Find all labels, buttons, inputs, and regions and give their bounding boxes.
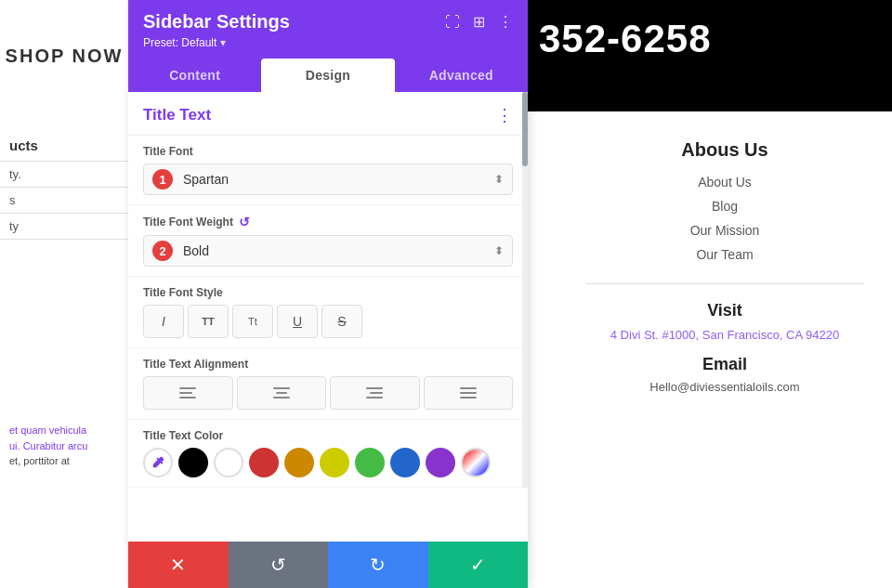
title-font-weight-select[interactable]: Thin Light Regular Bold Extra Bold [143, 235, 513, 267]
visit-title: Visit [585, 301, 864, 320]
tab-design[interactable]: Design [261, 59, 394, 92]
red-swatch[interactable] [249, 448, 279, 477]
title-font-select-wrapper: 1 Spartan Arial Georgia Helvetica Open S… [143, 163, 513, 195]
strikethrough-button[interactable]: S [321, 305, 362, 338]
panel-header-icons: ⛶ ⊞ ⋮ [445, 13, 513, 31]
capitalize-button[interactable]: Tt [232, 305, 273, 338]
left-nav-item: ty. [0, 162, 128, 188]
tab-advanced[interactable]: Advanced [395, 59, 528, 92]
align-buttons [143, 376, 513, 410]
title-text-color-field: Title Text Color [128, 420, 528, 488]
section-heading: Title Text ⋮ [128, 92, 528, 136]
fullscreen-icon[interactable]: ⛶ [445, 14, 460, 31]
blue-swatch[interactable] [390, 448, 420, 477]
divider [585, 283, 864, 284]
mission-link[interactable]: Our Mission [585, 218, 864, 242]
about-title: Abous Us [585, 139, 864, 161]
badge-1: 1 [152, 169, 173, 189]
phone-number: 352-6258 [539, 17, 712, 61]
scroll-thumb [522, 92, 528, 166]
title-font-label: Title Font [143, 145, 513, 158]
left-nav-item: ty [0, 214, 128, 240]
undo-button[interactable]: ↺ [229, 542, 329, 588]
blog-link[interactable]: Blog [585, 194, 864, 218]
title-font-style-field: Title Font Style I TT Tt U S [128, 277, 528, 348]
left-nav-title: ucts [0, 130, 128, 162]
panel-footer: ✕ ↺ ↻ ✓ [128, 542, 528, 588]
title-font-weight-select-wrapper: 2 Thin Light Regular Bold Extra Bold ⬍ [143, 235, 513, 267]
reset-icon[interactable]: ↺ [239, 215, 250, 229]
align-justify-button[interactable] [424, 376, 514, 410]
align-right-button[interactable] [330, 376, 420, 410]
visit-address: 4 Divi St. #1000, San Francisco, CA 9422… [585, 328, 864, 342]
title-font-style-label: Title Font Style [143, 286, 513, 299]
purple-swatch[interactable] [426, 448, 455, 477]
white-swatch[interactable] [214, 448, 243, 477]
save-button[interactable]: ✓ [428, 542, 529, 588]
title-text-alignment-label: Title Text Alignment [143, 358, 513, 371]
underline-button[interactable]: U [277, 305, 318, 338]
uppercase-button[interactable]: TT [188, 305, 229, 338]
title-font-weight-field: Title Font Weight ↺ 2 Thin Light Regular… [128, 205, 528, 277]
align-left-button[interactable] [143, 376, 233, 410]
style-buttons: I TT Tt U S [143, 305, 513, 338]
green-swatch[interactable] [355, 448, 385, 477]
right-column: Abous Us About Us Blog Our Mission Our T… [558, 121, 892, 412]
grid-icon[interactable]: ⊞ [473, 13, 485, 31]
cancel-button[interactable]: ✕ [128, 542, 229, 588]
panel-body: Title Text ⋮ Title Font 1 Spartan Arial … [128, 92, 528, 542]
email-address: Hello@diviessentialoils.com [585, 380, 864, 394]
sidebar-panel: Sidebar Settings ⛶ ⊞ ⋮ Preset: Default ▾… [128, 0, 528, 588]
title-font-field: Title Font 1 Spartan Arial Georgia Helve… [128, 136, 528, 205]
gradient-swatch[interactable] [461, 448, 491, 477]
black-swatch[interactable] [178, 448, 208, 477]
visit-section: Visit 4 Divi St. #1000, San Francisco, C… [585, 301, 864, 394]
badge-2: 2 [152, 241, 173, 261]
more-options-icon[interactable]: ⋮ [498, 13, 513, 31]
title-font-weight-label: Title Font Weight ↺ [143, 215, 513, 229]
panel-tabs: Content Design Advanced [128, 59, 528, 92]
left-nav: ucts ty. s ty [0, 121, 128, 249]
redo-button[interactable]: ↻ [328, 542, 428, 588]
section-heading-text: Title Text [143, 106, 211, 124]
scroll-indicator [522, 92, 528, 488]
title-text-alignment-field: Title Text Alignment [128, 348, 528, 420]
shop-now-text: shoP Now [6, 46, 124, 67]
title-font-select[interactable]: Spartan Arial Georgia Helvetica Open San… [143, 163, 513, 195]
tab-content[interactable]: Content [128, 59, 261, 92]
eyedropper-swatch[interactable] [143, 448, 173, 477]
panel-title: Sidebar Settings [143, 11, 290, 33]
email-title: Email [585, 355, 864, 374]
panel-header: Sidebar Settings ⛶ ⊞ ⋮ Preset: Default ▾ [128, 0, 528, 59]
left-nav-item: s [0, 188, 128, 214]
align-center-button[interactable] [237, 376, 327, 410]
panel-preset[interactable]: Preset: Default ▾ [143, 36, 513, 49]
orange-swatch[interactable] [284, 448, 314, 477]
shop-now-area: shoP Now [0, 0, 128, 111]
title-text-color-label: Title Text Color [143, 429, 513, 442]
bottom-paragraph: et quam vehiculaui. Curabitur arcu et, p… [0, 418, 128, 474]
yellow-swatch[interactable] [320, 448, 349, 477]
about-us-link[interactable]: About Us [585, 170, 864, 194]
team-link[interactable]: Our Team [585, 242, 864, 267]
color-swatches [143, 448, 513, 477]
section-dots-icon[interactable]: ⋮ [496, 105, 513, 125]
italic-button[interactable]: I [143, 305, 184, 338]
